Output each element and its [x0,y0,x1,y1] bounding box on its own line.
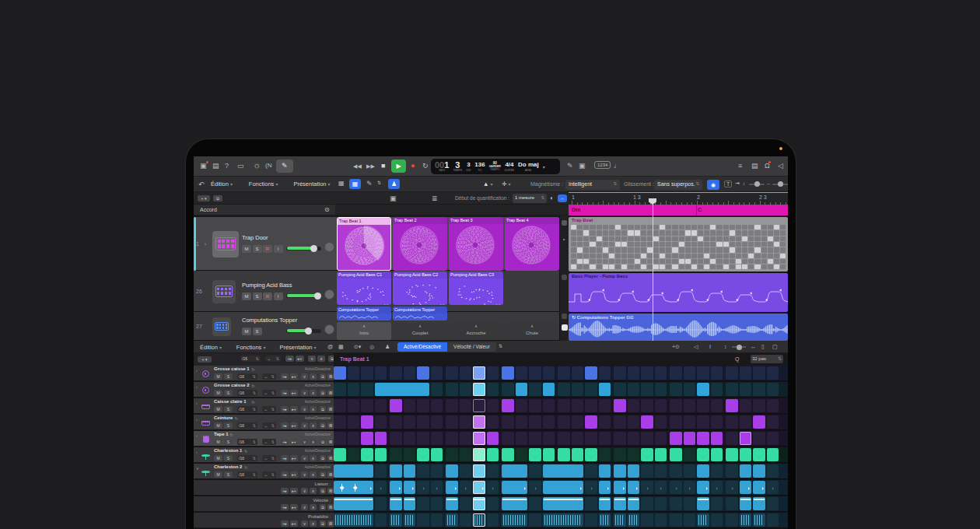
step-cell[interactable] [740,497,752,510]
step-cell[interactable] [375,497,387,510]
step-cell[interactable] [417,432,429,445]
hzoom-icon[interactable]: ↔ [751,344,756,349]
step-cell[interactable] [753,497,765,510]
step-cell[interactable] [614,432,626,445]
step-cell[interactable] [684,497,696,510]
row-del[interactable]: ⊠ [327,439,334,445]
step-cell[interactable] [516,366,528,380]
track-s-button[interactable]: S [253,245,262,253]
updown-icon[interactable]: ⇅ [377,180,381,185]
step-cell[interactable] [460,415,472,429]
volume-knob[interactable] [314,293,321,300]
step-cell[interactable] [487,432,499,445]
step-cell[interactable] [529,481,541,494]
step-cell[interactable] [641,464,653,478]
sub-copy[interactable]: ⧉ [320,488,326,494]
sub-del[interactable]: ⊠ [327,488,334,494]
step-cell[interactable] [487,399,499,412]
library-icon[interactable]: ▤ [751,163,758,170]
step-cell[interactable] [460,448,472,461]
midi-in-icon[interactable]: ⊙▾ [354,344,361,349]
menu-fonctions[interactable]: Fonctions ▾ [249,180,278,187]
step-cell[interactable] [404,497,416,510]
lcd-chevron[interactable]: ▾ [543,164,545,170]
loop-cell[interactable]: Computations Topper [393,307,447,321]
step-cell[interactable] [473,481,485,494]
step-cell[interactable] [641,497,653,510]
region-computations-topper[interactable]: ↻ Computations Topper GG [569,314,788,341]
row-solo-button[interactable]: S [224,439,233,445]
row-solo-button[interactable]: S [224,422,233,429]
step-cell[interactable] [628,415,640,429]
row-down[interactable]: ∨ [301,390,308,396]
step-cell[interactable] [628,383,640,396]
step-cell[interactable] [446,415,458,429]
divider-cell[interactable] [562,314,567,319]
step-cell[interactable] [529,497,541,510]
step-cell[interactable] [599,415,611,429]
seq-down-button[interactable]: ∨ [308,356,316,362]
grid-mode-icon[interactable]: ▣ [390,195,397,202]
step-cell[interactable] [460,481,472,494]
divider-cell[interactable] [562,220,567,226]
seq-row-header-charleston-1[interactable]: ›Charleston 1↻Activé/DésactivéMS/16 ⇅→ ⇅… [194,447,334,463]
step-cell[interactable] [684,448,696,461]
step-cell[interactable] [390,481,402,494]
row-disclosure[interactable]: › [196,384,198,389]
step-cell[interactable] [375,464,387,478]
step-cell[interactable] [585,399,597,412]
step-cell[interactable] [558,448,570,461]
step-cell[interactable] [753,481,765,494]
seq-row-header-ceinture[interactable]: ›Ceinture↻Activé/DésactivéMS/16 ⇅→ ⇅+▸▸+… [194,415,334,430]
seq-subrow-liaison[interactable]: Liaison :+▸▸+∨∧⧉⊠ [194,480,334,496]
divider-cell[interactable] [562,275,567,280]
step-cell[interactable] [558,383,570,396]
step-cell[interactable] [446,513,458,527]
step-cell[interactable] [614,366,626,380]
step-cell[interactable] [711,383,723,396]
row-disclosure[interactable]: › [196,450,198,454]
step-cell[interactable] [641,448,653,461]
step-cell[interactable] [697,383,709,396]
step-cell[interactable] [502,513,527,527]
step-cell[interactable] [473,448,485,461]
step-cell[interactable] [614,481,626,494]
step-cell[interactable] [599,448,611,461]
sub-copy[interactable]: ⧉ [320,504,326,510]
quantize-icon[interactable]: Q [735,356,739,362]
row-disclosure[interactable]: › [196,368,198,373]
step-cell[interactable] [726,432,738,445]
chord-track-header[interactable]: Accord⊙ [194,205,335,215]
row-down[interactable]: ∨ [301,455,308,461]
step-cell[interactable] [529,383,541,396]
seq-row-header-charleston-2[interactable]: ∨Charleston 2↻Activé/DésactivéMS/16 ⇅→ ⇅… [194,464,334,479]
loop-cell[interactable]: Pumping Acid Bass C3 [449,272,503,305]
step-cell[interactable] [417,513,429,527]
step-cell[interactable] [361,383,373,396]
row-solo-button[interactable]: S [224,373,233,380]
step-cell[interactable] [529,513,541,527]
step-cell[interactable] [628,399,640,412]
step-cell[interactable] [502,399,514,412]
row-mute-button[interactable]: M [214,373,222,380]
row-rotate-select[interactable]: → ⇅ [262,422,276,429]
step-cell[interactable] [334,399,346,412]
step-cell[interactable] [655,383,667,396]
menu-édition[interactable]: Édition ▾ [211,180,233,187]
step-cell[interactable] [502,497,527,510]
step-cell[interactable] [473,366,485,380]
row-inc[interactable]: ▸+ [290,422,298,429]
step-cell[interactable] [404,415,416,429]
step-cell[interactable] [767,366,779,380]
row-dec[interactable]: +▸ [281,455,289,461]
step-cell[interactable] [641,399,653,412]
row-mute-button[interactable]: M [214,455,222,461]
maximize-icon[interactable]: ▢ [772,344,778,349]
step-cell[interactable] [753,432,765,445]
seq-menu-fonctions[interactable]: Fonctions ▾ [236,344,266,351]
step-cell[interactable] [740,415,752,429]
row-dec[interactable]: +▸ [281,439,289,445]
step-cell[interactable] [558,399,570,412]
row-div-select[interactable]: /16 ⇅ [237,373,257,380]
loop-cell[interactable]: Computations Topper [337,307,391,321]
